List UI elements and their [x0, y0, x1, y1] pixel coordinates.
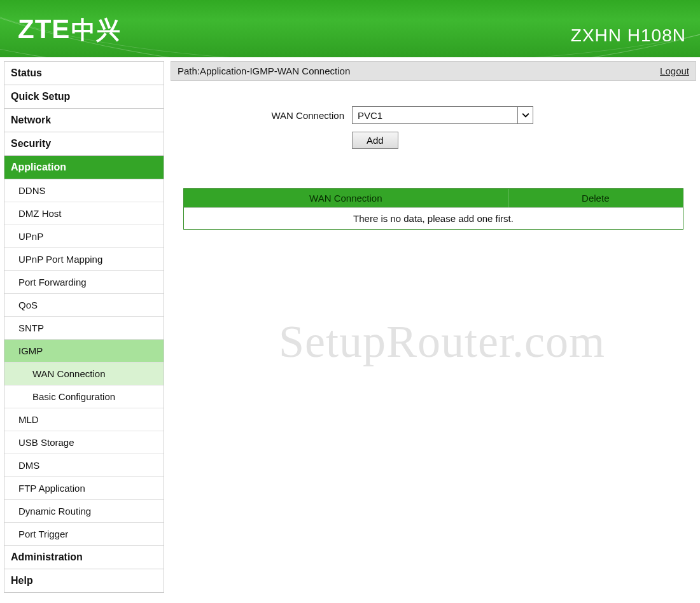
subnav-dynamic-routing[interactable]: Dynamic Routing: [4, 500, 164, 523]
subnav-igmp[interactable]: IGMP: [4, 340, 164, 363]
wan-connection-label: WAN Connection: [171, 110, 352, 121]
nav-administration[interactable]: Administration: [4, 546, 164, 569]
nav-application[interactable]: Application: [4, 156, 164, 179]
main-panel: Path:Application-IGMP-WAN Connection Log…: [171, 61, 696, 589]
subnav-upnp[interactable]: UPnP: [4, 225, 164, 248]
chevron-down-icon: [517, 107, 533, 123]
subnav-dms[interactable]: DMS: [4, 454, 164, 477]
table-empty-message: There is no data, please add one first.: [184, 207, 683, 229]
logout-link[interactable]: Logout: [660, 66, 689, 76]
subnav-port-trigger[interactable]: Port Trigger: [4, 523, 164, 546]
table-header: WAN Connection Delete: [184, 189, 683, 207]
subnav-ftp-application[interactable]: FTP Application: [4, 477, 164, 500]
watermark: SetupRouter.com: [279, 315, 700, 368]
breadcrumb-bar: Path:Application-IGMP-WAN Connection Log…: [171, 61, 696, 81]
sidebar: Status Quick Setup Network Security Appl…: [4, 61, 164, 593]
add-button[interactable]: Add: [352, 132, 398, 149]
brand-logo: ZTE 中兴: [18, 14, 121, 46]
form-area: WAN Connection PVC1 Add: [171, 81, 696, 169]
leaf-igmp-basic-configuration[interactable]: Basic Configuration: [4, 385, 164, 408]
breadcrumb-text: Path:Application-IGMP-WAN Connection: [178, 66, 350, 76]
leaf-igmp-wan-connection[interactable]: WAN Connection: [4, 363, 164, 385]
table-col-wan-connection: WAN Connection: [184, 189, 508, 207]
subnav-dmz-host[interactable]: DMZ Host: [4, 202, 164, 225]
subnav-mld[interactable]: MLD: [4, 408, 164, 431]
nav-status[interactable]: Status: [4, 62, 164, 85]
subnav-qos[interactable]: QoS: [4, 294, 164, 317]
table-col-delete: Delete: [508, 189, 683, 207]
nav-security[interactable]: Security: [4, 132, 164, 156]
subnav-ddns[interactable]: DDNS: [4, 179, 164, 202]
brand-logo-cn: 中兴: [71, 14, 121, 46]
subnav-usb-storage[interactable]: USB Storage: [4, 431, 164, 454]
nav-help[interactable]: Help: [4, 569, 164, 592]
subnav-upnp-port-mapping[interactable]: UPnP Port Mapping: [4, 248, 164, 271]
device-model: ZXHN H108N: [571, 25, 686, 46]
wan-connection-select[interactable]: PVC1: [352, 106, 533, 124]
header-banner: ZTE 中兴 ZXHN H108N: [0, 0, 700, 57]
wan-connection-value: PVC1: [353, 110, 517, 121]
wan-connection-table: WAN Connection Delete There is no data, …: [183, 188, 683, 230]
subnav-port-forwarding[interactable]: Port Forwarding: [4, 271, 164, 294]
brand-logo-en: ZTE: [18, 14, 70, 45]
nav-network[interactable]: Network: [4, 109, 164, 132]
nav-quick-setup[interactable]: Quick Setup: [4, 85, 164, 109]
subnav-sntp[interactable]: SNTP: [4, 317, 164, 340]
